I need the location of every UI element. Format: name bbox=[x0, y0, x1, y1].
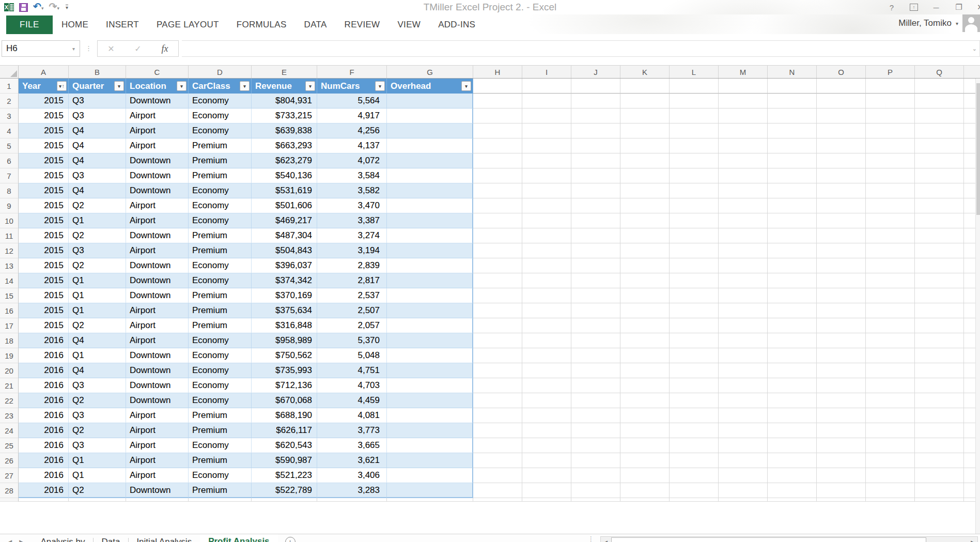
cell-revenue[interactable]: $688,190 bbox=[252, 408, 317, 423]
grid-cell[interactable] bbox=[768, 333, 817, 348]
table-header-cell[interactable]: Overhead▾ bbox=[387, 79, 473, 94]
cell-carclass[interactable]: Premium bbox=[189, 483, 252, 498]
grid-cell[interactable] bbox=[571, 94, 620, 109]
row-number-22[interactable]: 22 bbox=[0, 393, 19, 408]
grid-cell[interactable] bbox=[719, 423, 768, 438]
cell-carclass[interactable]: Economy bbox=[189, 438, 252, 453]
grid-cell[interactable] bbox=[522, 213, 571, 228]
cell-year[interactable]: 2015 bbox=[19, 94, 69, 109]
account-area[interactable]: Miller, Tomiko ▾ bbox=[898, 14, 980, 32]
grid-cell[interactable] bbox=[670, 183, 719, 198]
cell-numcars[interactable]: 5,370 bbox=[317, 333, 387, 348]
account-name[interactable]: Miller, Tomiko bbox=[898, 18, 952, 28]
cell-revenue[interactable]: $735,993 bbox=[252, 363, 317, 378]
grid-cell[interactable] bbox=[620, 123, 670, 138]
grid-cell[interactable] bbox=[620, 168, 670, 183]
grid-cell[interactable] bbox=[387, 94, 473, 109]
grid-cell[interactable] bbox=[571, 123, 620, 138]
grid-cell[interactable] bbox=[817, 378, 866, 393]
grid-cell[interactable] bbox=[522, 348, 571, 363]
filter-sort-ascending-icon[interactable]: ▾↑ bbox=[57, 81, 67, 91]
grid-cell[interactable] bbox=[670, 393, 719, 408]
cell-revenue[interactable]: $670,068 bbox=[252, 393, 317, 408]
grid-cell[interactable] bbox=[571, 483, 620, 498]
grid-cell[interactable] bbox=[964, 138, 976, 153]
grid-cell[interactable] bbox=[768, 153, 817, 168]
cell-carclass[interactable]: Economy bbox=[189, 183, 252, 198]
cell-numcars[interactable]: 2,817 bbox=[317, 273, 387, 288]
grid-cell[interactable] bbox=[768, 228, 817, 243]
ribbon-tab-insert[interactable]: INSERT bbox=[97, 16, 148, 34]
grid-cell[interactable] bbox=[571, 138, 620, 153]
cell-revenue[interactable]: $750,562 bbox=[252, 348, 317, 363]
grid-cell[interactable] bbox=[719, 303, 768, 318]
cancel-icon[interactable]: ✕ bbox=[98, 44, 125, 54]
grid-cell[interactable] bbox=[522, 453, 571, 468]
cell-numcars[interactable]: 5,048 bbox=[317, 348, 387, 363]
grid-cell[interactable] bbox=[252, 498, 317, 502]
grid-cell[interactable] bbox=[387, 183, 473, 198]
grid-cell[interactable] bbox=[915, 393, 964, 408]
grid-cell[interactable] bbox=[522, 468, 571, 483]
name-box-dropdown-icon[interactable]: ▾ bbox=[67, 46, 80, 52]
horizontal-scrollbar[interactable]: ◀ ▶ bbox=[600, 536, 978, 542]
maximize-button[interactable]: ❐ bbox=[954, 3, 963, 12]
grid-cell[interactable] bbox=[473, 138, 522, 153]
grid-cell[interactable] bbox=[817, 498, 866, 502]
grid-cell[interactable] bbox=[571, 378, 620, 393]
grid-cell[interactable] bbox=[915, 198, 964, 213]
grid-cell[interactable] bbox=[866, 378, 915, 393]
grid-cell[interactable] bbox=[670, 168, 719, 183]
new-sheet-button[interactable]: + bbox=[278, 534, 303, 542]
cell-year[interactable]: 2015 bbox=[19, 303, 69, 318]
column-header-K[interactable]: K bbox=[620, 66, 670, 78]
grid-cell[interactable] bbox=[522, 243, 571, 258]
next-sheet-icon[interactable]: ▶ bbox=[19, 538, 24, 542]
row-number-27[interactable]: 27 bbox=[0, 468, 19, 483]
cell-carclass[interactable]: Premium bbox=[189, 168, 252, 183]
cell-location[interactable]: Airport bbox=[126, 333, 189, 348]
grid-cell[interactable] bbox=[571, 109, 620, 123]
grid-cell[interactable] bbox=[964, 303, 976, 318]
cell-carclass[interactable]: Economy bbox=[189, 109, 252, 123]
grid-cell[interactable] bbox=[473, 243, 522, 258]
grid-cell[interactable] bbox=[915, 303, 964, 318]
grid-cell[interactable] bbox=[387, 198, 473, 213]
grid-cell[interactable] bbox=[387, 273, 473, 288]
grid-cell[interactable] bbox=[387, 453, 473, 468]
grid-cell[interactable] bbox=[817, 333, 866, 348]
grid-cell[interactable] bbox=[620, 303, 670, 318]
grid-cell[interactable] bbox=[964, 288, 976, 303]
grid-cell[interactable] bbox=[719, 333, 768, 348]
cell-year[interactable]: 2015 bbox=[19, 168, 69, 183]
grid-cell[interactable] bbox=[620, 288, 670, 303]
table-header-cell[interactable]: Revenue▾ bbox=[252, 79, 317, 94]
cell-quarter[interactable]: Q3 bbox=[69, 168, 126, 183]
grid-cell[interactable] bbox=[522, 393, 571, 408]
filter-dropdown-icon[interactable]: ▾ bbox=[305, 81, 315, 91]
cell-numcars[interactable]: 4,081 bbox=[317, 408, 387, 423]
grid-cell[interactable] bbox=[522, 318, 571, 333]
grid-cell[interactable] bbox=[915, 498, 964, 502]
column-header-P[interactable]: P bbox=[866, 66, 915, 78]
cell-quarter[interactable]: Q1 bbox=[69, 453, 126, 468]
cell-numcars[interactable]: 3,621 bbox=[317, 453, 387, 468]
grid-cell[interactable] bbox=[915, 273, 964, 288]
cell-location[interactable]: Downtown bbox=[126, 258, 189, 273]
cell-location[interactable]: Airport bbox=[126, 243, 189, 258]
grid-cell[interactable] bbox=[915, 288, 964, 303]
cell-numcars[interactable]: 3,194 bbox=[317, 243, 387, 258]
sheet-tab-analysis-by[interactable]: Analysis by bbox=[32, 534, 93, 542]
grid-cell[interactable] bbox=[571, 348, 620, 363]
cell-revenue[interactable]: $316,848 bbox=[252, 318, 317, 333]
grid-cell[interactable] bbox=[817, 79, 866, 94]
grid-cell[interactable] bbox=[522, 198, 571, 213]
grid-cell[interactable] bbox=[522, 438, 571, 453]
grid-cell[interactable] bbox=[866, 438, 915, 453]
grid-cell[interactable] bbox=[719, 94, 768, 109]
grid-cell[interactable] bbox=[473, 213, 522, 228]
filter-dropdown-icon[interactable]: ▾ bbox=[177, 81, 186, 91]
grid-cell[interactable] bbox=[817, 94, 866, 109]
cell-carclass[interactable]: Premium bbox=[189, 453, 252, 468]
row-number-16[interactable]: 16 bbox=[0, 303, 19, 318]
